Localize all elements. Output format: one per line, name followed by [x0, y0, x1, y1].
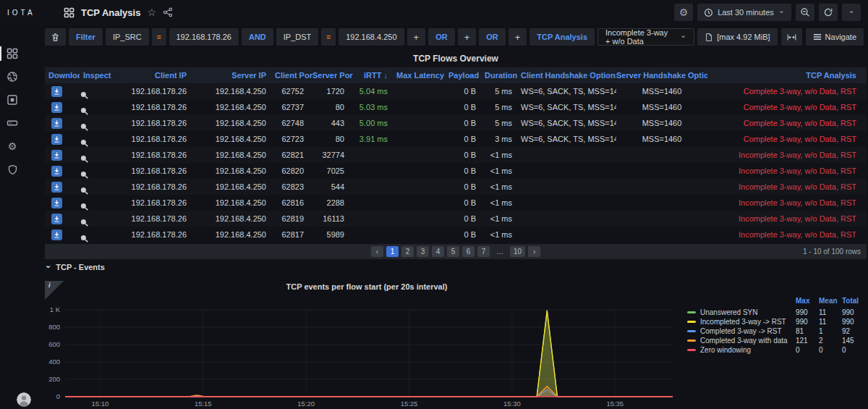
col-server-handshake[interactable]: Server Handshake Options [616, 71, 707, 80]
sidebar-item-security[interactable] [0, 162, 25, 177]
filter-chip[interactable]: 192.168.178.26 [169, 28, 239, 46]
tcp-events-section-toggle[interactable]: TCP - Events [45, 263, 105, 271]
download-button[interactable] [51, 214, 62, 224]
col-max-latency[interactable]: Max Latency [396, 71, 448, 80]
series-total: 990 [842, 308, 865, 316]
page-button[interactable]: … [493, 246, 507, 257]
col-client-handshake[interactable]: Client Handshake Options [521, 71, 616, 80]
gear-icon [8, 141, 17, 151]
svg-text:15:25: 15:25 [401, 400, 418, 408]
navigate-button[interactable]: Navigate [806, 28, 864, 46]
chevron-down-icon [778, 10, 785, 14]
legend-series[interactable]: Completed 3-way -> RST [687, 327, 796, 335]
col-download[interactable]: Download [45, 71, 80, 80]
cell-client-ip: 192.168.178.26 [122, 119, 195, 127]
tcp-analysis-filter-dropdown[interactable]: Incomplete 3-way + w/o Data [597, 28, 694, 46]
col-server-ip[interactable]: Server IP [195, 71, 275, 80]
refresh-interval-dropdown[interactable] [842, 4, 861, 21]
favorite-star-icon[interactable] [147, 7, 156, 17]
cell-payload: 0 B [448, 182, 485, 191]
table-row: 192.168.178.26 192.168.4.250 62748 443 5… [45, 115, 867, 131]
page-button[interactable]: 4 [432, 246, 444, 257]
download-button[interactable] [51, 198, 62, 208]
download-size-button[interactable]: [max 4.92 MiB] [697, 28, 777, 46]
cell-server-ip: 192.168.4.250 [195, 119, 275, 127]
filter-chip[interactable]: + [458, 28, 477, 46]
download-button[interactable] [51, 182, 62, 193]
filter-chip[interactable]: = [152, 28, 166, 46]
sidebar-item-settings[interactable] [0, 139, 25, 153]
sidebar-item-storage[interactable] [0, 116, 25, 130]
legend-series[interactable]: Incompleted 3-way -> RST [687, 318, 796, 326]
tcp-events-chart[interactable]: 02004006008001 K15:1015:1515:2015:2515:3… [45, 298, 689, 408]
legend-series[interactable]: Unanswered SYN [687, 308, 796, 316]
download-button[interactable] [51, 102, 62, 113]
filter-chip[interactable]: IP_SRC [106, 28, 149, 46]
filter-chip[interactable]: AND [242, 28, 273, 46]
sidebar-item-capture[interactable] [0, 69, 25, 84]
inspect-button[interactable] [80, 234, 113, 244]
filter-chip[interactable]: OR [428, 28, 455, 46]
left-sidebar [0, 25, 43, 409]
col-payload[interactable]: Payload [448, 71, 485, 80]
cell-irtt: 5.00 ms [353, 119, 396, 127]
col-client-port[interactable]: Client Port [275, 71, 312, 80]
share-icon[interactable] [163, 7, 173, 17]
refresh-button[interactable] [819, 4, 838, 21]
page-button[interactable]: 10 [510, 246, 525, 257]
prev-page-button[interactable]: ‹ [371, 246, 383, 257]
col-inspect[interactable]: Inspect [80, 71, 122, 80]
filter-chip[interactable]: IP_DST [276, 28, 319, 46]
user-avatar[interactable] [17, 392, 31, 407]
filter-chip[interactable]: + [509, 28, 527, 46]
cell-duration: 5 ms [485, 103, 521, 111]
sidebar-item-recordings[interactable] [0, 93, 25, 107]
zoom-out-button[interactable] [796, 4, 814, 21]
next-page-button[interactable]: › [528, 246, 540, 257]
page-button[interactable]: 5 [447, 246, 459, 257]
page-button[interactable]: 2 [401, 246, 414, 257]
page-button[interactable]: 6 [462, 246, 475, 257]
download-button[interactable] [51, 166, 62, 177]
download-button[interactable] [51, 229, 62, 240]
filter-chip[interactable]: Filter [69, 28, 103, 46]
download-button[interactable] [51, 118, 62, 129]
download-button[interactable] [51, 86, 62, 97]
col-tcp-analysis[interactable]: TCP Analysis [707, 71, 867, 80]
table-row: 192.168.178.26 192.168.4.250 62723 80 3.… [45, 131, 867, 147]
legend-series[interactable]: Completed 3-way with data [687, 337, 796, 345]
col-irtt[interactable]: iRTT ↓ [353, 71, 396, 80]
col-server-port[interactable]: Server Port [312, 71, 353, 80]
filter-chip[interactable]: OR [479, 28, 506, 46]
clear-filters-button[interactable] [45, 28, 66, 46]
legend-series[interactable]: Zero windowing [687, 346, 796, 354]
section-title: TCP - Events [56, 263, 105, 271]
download-button[interactable] [51, 134, 62, 145]
cell-irtt: 5.03 ms [353, 103, 396, 111]
filter-chip[interactable]: 192.168.4.250 [339, 28, 404, 46]
sidebar-item-dashboards[interactable] [0, 46, 25, 61]
cell-tcp-analysis: Incomplete 3-way, w/o Data, RST [707, 214, 867, 223]
download-button[interactable] [51, 150, 62, 161]
page-button[interactable]: 1 [386, 246, 399, 257]
filter-chip[interactable]: + [407, 28, 426, 46]
zoom-out-icon [800, 7, 810, 17]
page-button[interactable]: 3 [417, 246, 429, 257]
time-range-picker[interactable]: Last 30 minutes [697, 4, 791, 21]
breadcrumb: TCP Analysis [64, 7, 173, 18]
filter-chip[interactable]: TCP Analysis [529, 28, 595, 46]
svg-text:800: 800 [48, 323, 60, 331]
col-client-ip[interactable]: Client IP [122, 71, 195, 80]
cell-payload: 0 B [448, 87, 485, 96]
cell-server-handshake: MSS=1460 [616, 87, 707, 96]
series-mean: 11 [819, 308, 842, 316]
filter-chip[interactable]: = [321, 28, 336, 46]
page-button[interactable]: 7 [477, 246, 490, 257]
cell-server-port: 443 [312, 119, 353, 127]
dashboard-settings-button[interactable] [674, 4, 693, 21]
fit-width-button[interactable] [781, 28, 802, 46]
cell-duration: <1 ms [485, 230, 521, 239]
aperture-icon [7, 71, 18, 83]
cell-server-port: 80 [312, 103, 353, 111]
col-duration[interactable]: Duration [485, 71, 521, 80]
